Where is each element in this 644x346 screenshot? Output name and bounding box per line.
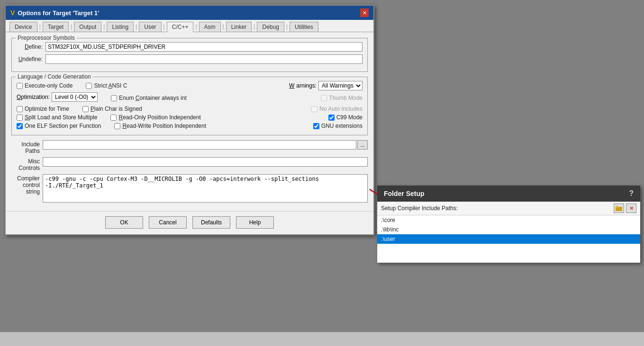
enum-container-row: Enum Container always int bbox=[111, 95, 187, 101]
split-load-checkbox[interactable] bbox=[17, 115, 23, 121]
strict-ansi-checkbox[interactable] bbox=[86, 83, 92, 89]
folder-dialog-title: Folder Setup bbox=[384, 190, 425, 197]
no-auto-includes-label: No Auto Includes bbox=[319, 106, 363, 112]
folder-content: Setup Compiler Include Paths: ✕ .\core .… bbox=[377, 202, 640, 263]
readwrite-pos-label: Read-Write Position Independent bbox=[122, 123, 206, 129]
include-paths-label: IncludePaths bbox=[11, 140, 40, 154]
compiler-control-textarea[interactable]: -c99 -gnu -c -cpu Cortex-M3 -D__MICROLIB… bbox=[43, 174, 368, 203]
c99-mode-label: C99 Mode bbox=[336, 114, 363, 121]
readwrite-pos-row: Read-Write Position Independent bbox=[114, 123, 206, 129]
folder-delete-button[interactable]: ✕ bbox=[626, 204, 636, 213]
codegen-group-label: Language / Code Generation bbox=[16, 73, 93, 80]
folder-list-item-lib[interactable]: .\lib\inc bbox=[377, 225, 640, 234]
split-load-label: Split Load and Store Multiple bbox=[25, 114, 97, 121]
help-button[interactable]: Help bbox=[236, 216, 274, 229]
one-elf-checkbox[interactable] bbox=[17, 123, 23, 129]
misc-controls-label: MiscControls bbox=[11, 157, 40, 171]
warnings-label: W bbox=[289, 82, 294, 89]
define-input[interactable] bbox=[45, 42, 363, 52]
tab-listing[interactable]: Listing bbox=[107, 22, 134, 32]
plain-char-label: Plain Char is Signed bbox=[91, 106, 142, 112]
dialog-title: Options for Target 'Target 1' bbox=[18, 9, 99, 17]
tab-target[interactable]: Target bbox=[43, 22, 69, 32]
undefine-row: Undefine: bbox=[17, 54, 363, 64]
optimization-select[interactable]: Level 0 (-O0) Level 1 (-O1) Level 2 (-O2… bbox=[52, 92, 98, 102]
one-elf-label: One ELF Section per Function bbox=[25, 123, 101, 129]
no-auto-includes-row: No Auto Includes bbox=[311, 106, 363, 112]
readonly-pos-row: Read-Only Position Independent bbox=[110, 114, 200, 121]
define-row: Define: bbox=[17, 42, 363, 52]
folder-list-item-user[interactable]: .\user bbox=[377, 234, 640, 244]
c99-mode-checkbox[interactable] bbox=[328, 115, 335, 121]
dialog-titlebar: V Options for Target 'Target 1' ✕ bbox=[6, 6, 373, 20]
preprocessor-group: Preprocessor Symbols Define: Undefine: bbox=[11, 38, 368, 72]
tab-debug[interactable]: Debug bbox=[257, 22, 284, 32]
thumb-mode-label: Thumb Mode bbox=[329, 95, 363, 101]
execute-only-checkbox[interactable] bbox=[17, 83, 23, 89]
tab-utilities[interactable]: Utilities bbox=[290, 22, 318, 32]
compiler-control-label: Compilercontrolstring bbox=[11, 174, 40, 195]
include-paths-area: IncludePaths ... bbox=[11, 140, 368, 154]
close-button[interactable]: ✕ bbox=[360, 9, 369, 17]
codegen-group: Language / Code Generation Execute-only … bbox=[11, 77, 368, 135]
undefine-label: Undefine: bbox=[17, 56, 43, 62]
readonly-pos-label: Read-Only Position Independent bbox=[118, 114, 200, 121]
folder-toolbar: Setup Compiler Include Paths: ✕ bbox=[377, 202, 640, 215]
enum-container-label: Enum Container always int bbox=[119, 95, 187, 101]
tab-linker[interactable]: Linker bbox=[226, 22, 252, 32]
strict-ansi-label: Strict ANSI C bbox=[94, 82, 127, 89]
bottom-bar bbox=[0, 332, 644, 346]
defaults-button[interactable]: Defaults bbox=[192, 216, 230, 229]
strict-ansi-row: Strict ANSI C bbox=[86, 82, 127, 89]
keil-icon: V bbox=[10, 9, 15, 17]
execute-only-row: Execute-only Code bbox=[17, 82, 73, 89]
folder-list: .\core .\lib\inc .\user bbox=[377, 215, 640, 263]
cancel-button[interactable]: Cancel bbox=[149, 216, 187, 229]
folder-toolbar-buttons: ✕ bbox=[614, 204, 636, 213]
optimize-time-label: Optimize for Time bbox=[25, 106, 69, 112]
folder-help-button[interactable]: ? bbox=[629, 189, 634, 198]
folder-icon bbox=[616, 205, 622, 211]
compiler-control-area: Compilercontrolstring -c99 -gnu -c -cpu … bbox=[11, 174, 368, 203]
tab-asm[interactable]: Asm bbox=[199, 22, 221, 32]
undefine-input[interactable] bbox=[45, 54, 363, 64]
folder-dialog: Folder Setup ? Setup Compiler Include Pa… bbox=[377, 186, 640, 263]
folder-titlebar: Folder Setup ? bbox=[377, 186, 640, 202]
svg-rect-6 bbox=[616, 206, 618, 207]
thumb-mode-checkbox[interactable] bbox=[321, 95, 327, 101]
include-paths-input[interactable] bbox=[43, 140, 356, 150]
folder-list-item-core[interactable]: .\core bbox=[377, 215, 640, 225]
gnu-extensions-row: GNU extensions bbox=[313, 123, 363, 129]
readwrite-pos-checkbox[interactable] bbox=[114, 123, 120, 129]
plain-char-row: Plain Char is Signed bbox=[82, 106, 142, 112]
main-dialog: V Options for Target 'Target 1' ✕ Device… bbox=[5, 5, 374, 235]
tab-output[interactable]: Output bbox=[74, 22, 101, 32]
tab-device[interactable]: Device bbox=[9, 22, 37, 32]
ok-button[interactable]: OK bbox=[105, 216, 143, 229]
misc-controls-input[interactable] bbox=[43, 157, 368, 167]
optimize-time-checkbox[interactable] bbox=[17, 106, 23, 112]
split-load-row: Split Load and Store Multiple bbox=[17, 114, 97, 121]
warnings-select[interactable]: All Warnings bbox=[318, 81, 363, 90]
execute-only-label: Execute-only Code bbox=[25, 82, 73, 89]
tab-user[interactable]: User bbox=[139, 22, 161, 32]
tab-cc[interactable]: C/C++ bbox=[167, 22, 194, 32]
one-elf-row: One ELF Section per Function bbox=[17, 123, 101, 129]
include-browse-button[interactable]: ... bbox=[357, 140, 368, 150]
optimize-time-row: Optimize for Time bbox=[17, 106, 69, 112]
title-left: V Options for Target 'Target 1' bbox=[10, 9, 99, 17]
gnu-extensions-checkbox[interactable] bbox=[313, 123, 319, 129]
enum-container-checkbox[interactable] bbox=[111, 95, 117, 101]
define-label: Define: bbox=[17, 44, 43, 50]
no-auto-includes-checkbox[interactable] bbox=[311, 106, 317, 112]
readonly-pos-checkbox[interactable] bbox=[110, 115, 117, 121]
tab-bar: Device | Target | Output | Listing | Use… bbox=[6, 20, 373, 32]
include-paths-input-wrap: ... bbox=[43, 140, 368, 150]
dialog-buttons: OK Cancel Defaults Help bbox=[6, 211, 373, 234]
dialog-content: Preprocessor Symbols Define: Undefine: L… bbox=[6, 32, 373, 211]
c99-mode-row: C99 Mode bbox=[328, 114, 363, 121]
folder-new-button[interactable] bbox=[614, 204, 624, 213]
optimization-row: Optimization: Level 0 (-O0) Level 1 (-O1… bbox=[17, 92, 98, 102]
setup-label: Setup Compiler Include Paths: bbox=[381, 205, 458, 212]
plain-char-checkbox[interactable] bbox=[82, 106, 89, 112]
